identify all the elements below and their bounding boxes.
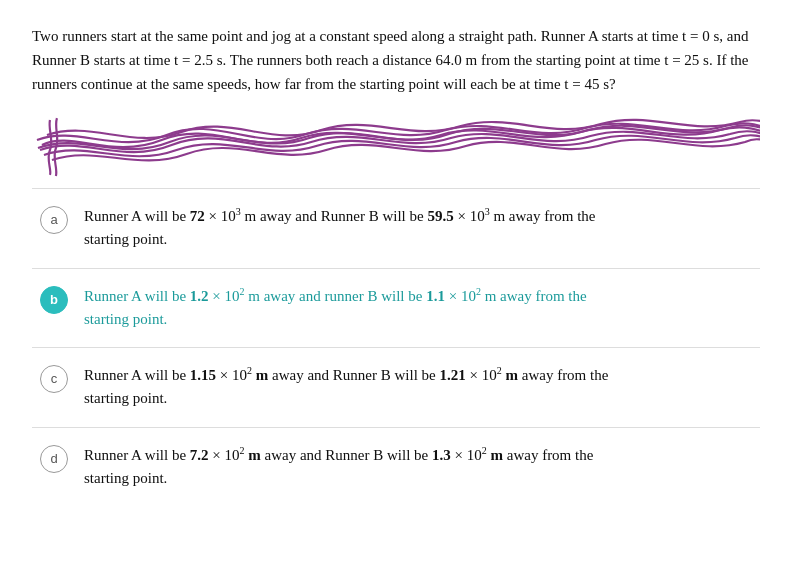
question-text: Two runners start at the same point and … [32,24,760,96]
scribble-area [32,110,760,180]
option-c-circle[interactable]: c [40,365,68,393]
option-a-label: a [50,210,57,230]
option-a[interactable]: a Runner A will be 72 × 103 m away and R… [32,189,760,269]
option-d-text: Runner A will be 7.2 × 102 m away and Ru… [84,444,593,491]
option-a-text: Runner A will be 72 × 103 m away and Run… [84,205,595,252]
option-c[interactable]: c Runner A will be 1.15 × 102 m away and… [32,348,760,428]
option-d[interactable]: d Runner A will be 7.2 × 102 m away and … [32,428,760,507]
option-c-text: Runner A will be 1.15 × 102 m away and R… [84,364,608,411]
option-b-text: Runner A will be 1.2 × 102 m away and ru… [84,285,587,332]
option-d-circle[interactable]: d [40,445,68,473]
options-list: a Runner A will be 72 × 103 m away and R… [32,189,760,506]
option-b-label: b [50,290,58,310]
option-c-label: c [51,369,58,389]
option-a-circle[interactable]: a [40,206,68,234]
option-b-circle[interactable]: b [40,286,68,314]
question-container: Two runners start at the same point and … [32,24,760,506]
option-d-label: d [50,449,57,469]
option-b[interactable]: b Runner A will be 1.2 × 102 m away and … [32,269,760,349]
